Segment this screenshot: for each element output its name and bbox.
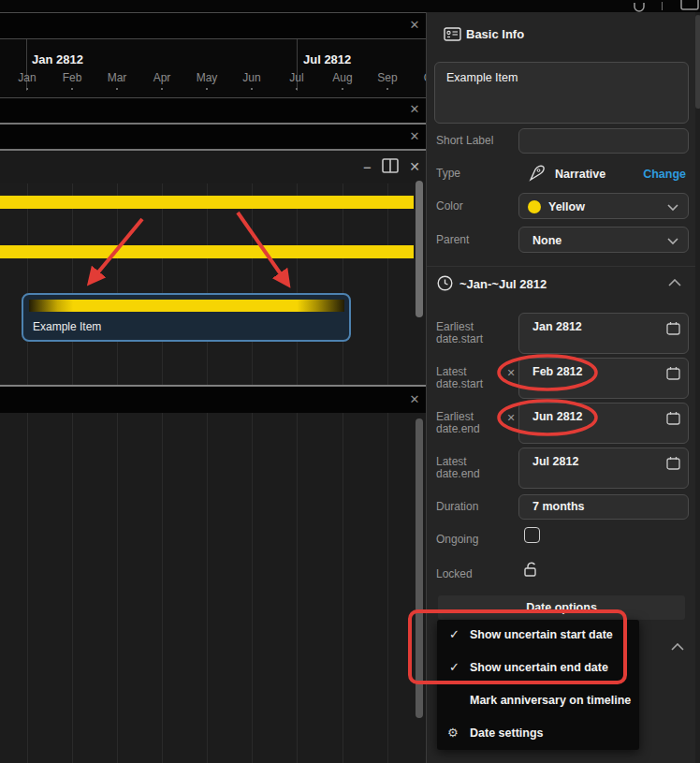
timeline-row-collapsed-2[interactable]: ✕ (0, 98, 426, 123)
timeline-row-collapsed-3[interactable]: ✕ (0, 125, 426, 149)
gear-icon: ⚙ (447, 726, 459, 740)
month-tick-label: Feb (63, 71, 82, 84)
menu-item-mark-anniversary[interactable]: Mark anniversary on timeline (437, 685, 639, 718)
latest-date-end-field[interactable]: Jul 2812 (518, 448, 689, 489)
month-gridline (207, 183, 208, 385)
color-value: Yellow (548, 200, 585, 213)
parent-dropdown[interactable]: None (518, 227, 689, 253)
panel-scrollbar-thumb[interactable] (695, 15, 700, 109)
month-tick-label: May (197, 71, 218, 84)
date-options-button[interactable]: Date options (438, 595, 685, 620)
month-gridline (343, 413, 343, 763)
date-value: Feb 2812 (532, 365, 583, 378)
app-window: ✕ Jan 2812 Jul 2812 JanFebMarAprMayJunJu… (0, 0, 700, 763)
clear-date-icon[interactable]: ✕ (505, 367, 517, 380)
chevron-up-icon[interactable] (668, 279, 681, 287)
parent-value: None (532, 234, 561, 247)
check-icon: ✓ (449, 660, 459, 674)
ruler-year-label: Jul 2812 (303, 52, 351, 66)
timeline-date-ruler[interactable]: Jan 2812 Jul 2812 JanFebMarAprMayJunJulA… (0, 39, 426, 97)
month-gridline (72, 183, 73, 385)
month-gridline (252, 413, 253, 763)
date-value: Jun 2812 (532, 410, 583, 423)
month-gridline (27, 183, 28, 385)
timeline-bar-yellow-2[interactable] (0, 245, 414, 258)
month-tick-dot (296, 88, 298, 90)
timeline-bar-yellow-1[interactable] (0, 196, 414, 209)
timeline-canvas[interactable]: Example Item (0, 183, 426, 385)
panel-scrollbar-track[interactable] (695, 12, 700, 763)
month-gridline (297, 413, 298, 763)
earliest-date-end-field[interactable]: Jun 2812 (518, 403, 689, 444)
month-tick-label: Sep (377, 71, 397, 84)
month-gridline (72, 413, 73, 763)
month-gridline (343, 183, 343, 385)
clear-date-icon[interactable]: ✕ (505, 412, 517, 425)
month-gridline (252, 183, 253, 385)
unlocked-icon[interactable] (522, 559, 543, 580)
timeline-canvas-lower[interactable] (0, 413, 426, 763)
top-bar (0, 0, 700, 12)
earliest-date-start-field[interactable]: Jan 2812 (518, 313, 689, 354)
month-tick-label: Aug (332, 71, 352, 84)
contact-card-icon (444, 27, 461, 41)
month-gridline (162, 183, 163, 385)
short-label-input[interactable] (518, 128, 689, 154)
inspector-panel: Basic Info Example Item Short Label Type… (426, 12, 700, 763)
month-gridline (117, 413, 118, 763)
color-label: Color (436, 200, 463, 213)
month-tick-label: Apr (153, 71, 171, 84)
close-icon[interactable]: ✕ (407, 19, 422, 34)
ongoing-checkbox[interactable] (524, 527, 540, 543)
date-row-label: Latestdate.start (436, 366, 483, 390)
latest-date-start-field[interactable]: Feb 2812 (518, 358, 689, 399)
close-icon[interactable]: ✕ (407, 103, 422, 118)
change-type-link[interactable]: Change (643, 168, 686, 181)
close-icon[interactable]: ✕ (407, 160, 422, 175)
menu-item-date-settings[interactable]: ⚙ Date settings (437, 718, 639, 751)
duration-field[interactable]: 7 months (518, 494, 689, 520)
parent-label: Parent (436, 234, 469, 246)
split-view-icon[interactable] (382, 158, 399, 173)
date-value: Jul 2812 (532, 455, 578, 468)
date-row-label: Latestdate.end (436, 456, 480, 480)
color-swatch (528, 200, 541, 213)
ongoing-label: Ongoing (436, 534, 478, 546)
menu-item-show-uncertain-end[interactable]: ✓ Show uncertain end date (437, 653, 639, 685)
timeline-row-collapsed-1[interactable]: ✕ (0, 13, 426, 38)
month-tick-label: Jul (289, 71, 303, 84)
subwindow-title-bar[interactable]: − ✕ (0, 151, 426, 183)
selected-timeline-item[interactable]: Example Item (22, 293, 351, 342)
timeline-row-collapsed-4[interactable]: ✕ (0, 387, 426, 413)
calendar-icon[interactable] (666, 321, 680, 335)
calendar-icon[interactable] (666, 456, 680, 470)
color-dropdown[interactable]: Yellow (518, 193, 689, 219)
close-icon[interactable]: ✕ (407, 130, 422, 145)
duration-value: 7 months (532, 500, 585, 513)
calendar-icon[interactable] (666, 366, 680, 380)
minimize-icon[interactable]: − (363, 159, 372, 175)
month-tick-dot (251, 88, 253, 90)
panel-icon[interactable] (680, 0, 699, 10)
menu-item-show-uncertain-start[interactable]: ✓ Show uncertain start date (437, 620, 639, 653)
month-gridline (162, 413, 163, 763)
item-title-text: Example Item (446, 71, 518, 84)
date-row-label: Earliestdate.end (436, 411, 480, 435)
chevron-up-icon[interactable] (671, 643, 684, 652)
month-tick-dot (26, 88, 28, 90)
month-tick-label: Jun (242, 71, 260, 84)
locked-label: Locked (436, 568, 473, 580)
month-gridline (117, 183, 118, 385)
vertical-scrollbar-thumb[interactable] (416, 418, 423, 718)
uncertain-date-bar (29, 300, 344, 312)
vertical-scrollbar-thumb[interactable] (416, 181, 423, 317)
close-icon[interactable]: ✕ (407, 393, 422, 408)
month-tick-dot (206, 88, 208, 90)
selected-item-label: Example Item (33, 320, 101, 333)
ruler-year-label: Jan 2812 (32, 52, 83, 66)
month-gridline (207, 413, 208, 763)
item-title-input[interactable]: Example Item (434, 62, 689, 124)
calendar-icon[interactable] (666, 411, 680, 425)
chevron-down-icon (667, 204, 678, 212)
hook-icon[interactable] (633, 3, 646, 12)
